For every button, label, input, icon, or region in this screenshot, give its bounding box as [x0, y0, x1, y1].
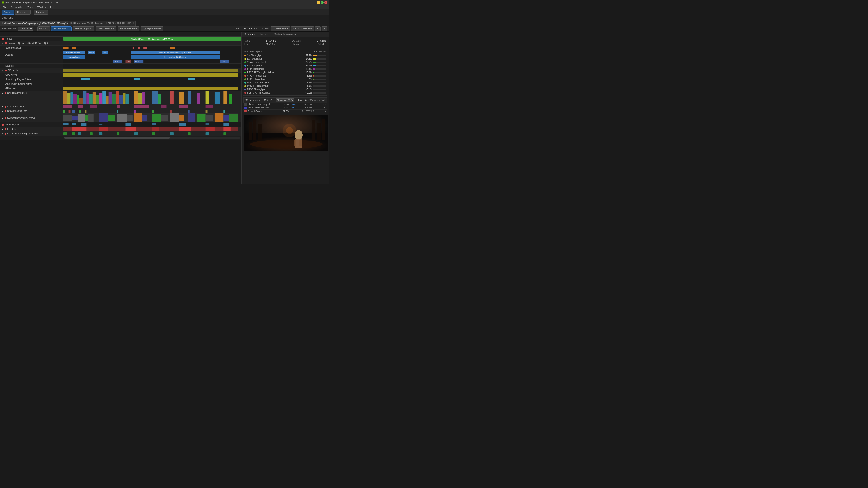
gpu-active-section-track[interactable]	[63, 68, 241, 72]
menu-window[interactable]: Window	[35, 5, 48, 9]
async-copy-track[interactable]	[63, 82, 241, 86]
svg-rect-24	[143, 46, 147, 49]
right-content[interactable]: Start: 147.74 ms Duration: 17.52 ms End:…	[242, 37, 329, 184]
dispatch-svg: Dispat... Di... Dispa... Dr...	[63, 59, 241, 64]
draw-dispatch-label[interactable]: ▶ Draw/Dispatch Start	[0, 109, 63, 113]
trace-compare-button[interactable]: Trace Compare...	[73, 26, 94, 31]
zoom-out-button[interactable]: −	[322, 26, 327, 31]
gpu-expand[interactable]: ▼	[2, 69, 4, 72]
frames-track[interactable]: Matched Frame (166.00ms) (active=155.50m…	[63, 37, 241, 41]
sm-occupancy-label[interactable]: ▶ SM Occupancy (TPC View)	[0, 113, 63, 123]
sm-select[interactable]: Throughput %	[276, 98, 294, 102]
fe-stalls-track[interactable]	[63, 127, 241, 131]
unit-throughput-expand[interactable]: ▶	[2, 92, 4, 94]
sm-name-1: Active SM Unused Warp ...	[248, 107, 282, 109]
sm-rows: Idle SM Unused Warp Sl... 32.5% 31% 7580…	[243, 103, 327, 113]
svg-rect-94	[69, 109, 70, 113]
cmdqueue-expand[interactable]: ▼	[2, 42, 4, 44]
svg-text:ExecuteC...: ExecuteC...	[88, 52, 96, 54]
svg-rect-125	[223, 115, 229, 121]
svg-rect-52	[63, 91, 67, 104]
trace-analysis-button[interactable]: Trace Analysis _	[51, 26, 72, 31]
unit-throughput-track[interactable]	[63, 91, 241, 104]
flat-queue-rows-button[interactable]: Flat Queue Rows	[118, 26, 139, 31]
tab-0[interactable]: HellbladeGame-Win64-Shipping.exe_2022022…	[0, 21, 68, 26]
svg-rect-92	[206, 105, 213, 108]
fe-pipeline-track[interactable]	[63, 131, 241, 136]
summary-section: Start: 147.74 ms Duration: 17.52 ms End:…	[243, 39, 327, 46]
tab-metrics[interactable]: Metrics	[258, 32, 271, 37]
markers-track[interactable]	[63, 64, 241, 68]
compute-inflight-track[interactable]	[63, 104, 241, 109]
tab-capture-info[interactable]: Capture Information	[271, 32, 299, 37]
aggregate-frames-button[interactable]: Aggregate Frames	[141, 26, 163, 31]
svg-rect-88	[117, 105, 120, 108]
terminate-button[interactable]: Terminate	[34, 10, 48, 15]
draw-dispatch-expand[interactable]: ▶	[2, 110, 4, 112]
fe-pipeline-label[interactable]: ▶ FE Pipeline Stalling Commands	[0, 131, 63, 136]
svg-rect-23	[138, 46, 140, 49]
throughput-bar-fill-9	[313, 86, 313, 87]
connect-button[interactable]: Connect	[2, 10, 14, 15]
tab-1[interactable]: HellbladeGame-Win64-Shipping__TLAS_1bee6…	[68, 21, 135, 26]
actions-label-text: Actions	[5, 54, 13, 56]
menu-tools[interactable]: Tools	[26, 5, 35, 9]
gpu-active-track[interactable]	[63, 73, 241, 77]
gpu-active-section-label[interactable]: ▼ GPU Active	[0, 68, 63, 72]
menu-help[interactable]: Help	[49, 5, 57, 9]
svg-rect-160	[258, 124, 262, 140]
fe-pipeline-text: FE Pipeline Stalling Commands	[7, 132, 39, 135]
draw-dispatch-track[interactable]	[63, 109, 241, 113]
ruler-relative-select[interactable]: Capture	[18, 27, 33, 31]
throughput-bar-fill-8	[313, 82, 313, 84]
sm-occupancy-track[interactable]	[63, 113, 241, 123]
maximize-button[interactable]: □	[320, 1, 324, 4]
sync-copy-track[interactable]	[63, 77, 241, 82]
cmdqueue-label[interactable]: ▼ CommandQueue 1 (Direct3D Direct Q:0)	[0, 41, 63, 45]
warps-eligible-text: Warps Eligible	[4, 123, 19, 126]
sm-occupancy-expand[interactable]: ▶	[2, 117, 4, 119]
svg-rect-154	[206, 132, 209, 135]
unit-throughput-label[interactable]: ▶ Unit Throughputs ⚙	[0, 91, 63, 104]
sync-copy-label: Sync Copy Engine Active	[0, 77, 63, 82]
right-tabs: Summary Metrics Capture Information	[242, 32, 329, 37]
warps-eligible-track[interactable]	[63, 123, 241, 127]
ruler-relative-label: Ruler Relative:	[2, 27, 17, 30]
svg-rect-159	[253, 119, 256, 140]
unit-throughput-red-dot	[4, 92, 6, 94]
tab-summary[interactable]: Summary	[242, 32, 258, 37]
fe-stalls-expand[interactable]: ▶	[2, 128, 4, 130]
timeline-scrollbar[interactable]	[0, 136, 241, 140]
menu-file[interactable]: File	[1, 5, 8, 9]
close-button[interactable]: ×	[324, 1, 327, 4]
reset-zoom-button[interactable]: ↺ Reset Zoom	[271, 26, 289, 31]
svg-text:Dispa...: Dispa...	[135, 61, 141, 63]
minimize-button[interactable]: _	[317, 1, 320, 4]
gr-active-track[interactable]	[63, 86, 241, 91]
timeline-content[interactable]: Frames Matched Frame (166.00ms) (active=…	[0, 37, 241, 184]
fe-pipeline-row: ▶ FE Pipeline Stalling Commands	[0, 131, 241, 136]
throughput-bar-fill-7	[313, 78, 313, 80]
overlay-barriers-button[interactable]: Overlay Barriers	[96, 26, 116, 31]
unit-throughput-gear[interactable]: ⚙	[26, 92, 28, 94]
zoom-in-button[interactable]: +	[315, 26, 320, 31]
timeline-scrollbar-track[interactable]	[64, 137, 240, 139]
markers-label: Markers	[0, 64, 63, 68]
export-button[interactable]: Export...	[37, 26, 50, 31]
compute-expand[interactable]: ▶	[2, 105, 4, 108]
throughput-bar-bg-1	[313, 58, 327, 60]
actions-track[interactable]: ExecuteComman... ExecuteC... Co... Execu…	[63, 50, 241, 59]
compute-inflight-label[interactable]: ▶ Compute In Flight	[0, 104, 63, 109]
fe-stalls-label[interactable]: ▶ FE Stalls	[0, 127, 63, 131]
zoom-to-selection-button[interactable]: Zoom To Selection	[291, 26, 314, 31]
sync-track[interactable]	[63, 46, 241, 50]
menu-connection[interactable]: Connection	[9, 5, 25, 9]
throughput-row-3: L2 Throughput 22.0%	[243, 64, 327, 67]
window-controls[interactable]: _ □ ×	[317, 1, 327, 4]
fe-pipeline-expand[interactable]: ▶	[2, 132, 4, 135]
svg-rect-114	[127, 115, 133, 121]
timeline-scrollbar-thumb[interactable]	[64, 137, 170, 139]
disconnect-button[interactable]: Disconnect	[15, 10, 30, 15]
dispatch-track[interactable]: Dispat... Di... Dispa... Dr...	[63, 59, 241, 64]
cmdqueue-track[interactable]	[63, 41, 241, 45]
